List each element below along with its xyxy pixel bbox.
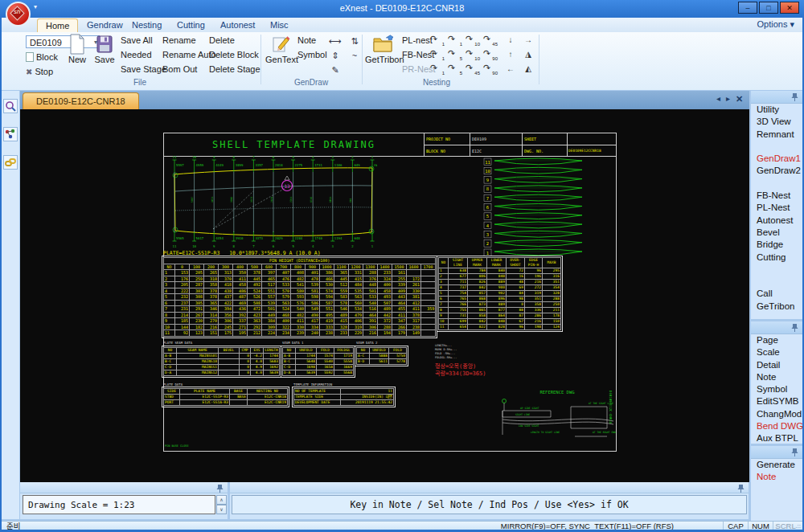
pin-icon[interactable]: [791, 448, 798, 457]
corner-note: PIN BASE CLOSE: [165, 444, 189, 448]
sidebar-item-detail[interactable]: Detail: [751, 359, 802, 371]
sidebar-item-call[interactable]: Call: [751, 288, 802, 300]
quick-access-caret-icon[interactable]: ▾: [34, 3, 37, 10]
note-button[interactable]: Note: [297, 35, 316, 47]
curve-icon[interactable]: ~: [347, 49, 362, 62]
sidebar-item-aux-btpl[interactable]: Aux BTPL: [751, 432, 802, 444]
document-tab[interactable]: DE0109-E12C-CNR18: [23, 92, 139, 110]
structure-tool-button[interactable]: [3, 127, 18, 141]
move-arrow-icon[interactable]: ↑: [503, 48, 518, 61]
rotate-1-icon[interactable]: ↷1: [429, 34, 445, 47]
command-prompt[interactable]: Key in Note / Sel Note / Ind Pos / Use <…: [232, 495, 747, 514]
pin-icon[interactable]: [791, 323, 798, 333]
edit-pencil-icon[interactable]: ✎: [328, 63, 343, 76]
tab-scroll-right-icon[interactable]: ▸: [726, 94, 730, 103]
sidebar-item-page[interactable]: Page: [751, 334, 802, 346]
delete-stage-button[interactable]: Delete Stage: [209, 63, 260, 76]
rotate-1-icon[interactable]: ↷1: [429, 63, 445, 76]
gentext-button[interactable]: GenText: [265, 34, 297, 64]
sidebar-item-bend-dwg[interactable]: Bend DWG: [751, 420, 802, 432]
block-button[interactable]: Block: [26, 51, 58, 63]
rotate-10-icon[interactable]: ↷10: [465, 48, 481, 61]
sidebar-item-fb-nest[interactable]: FB-Nest: [751, 190, 802, 202]
chain-icon: [4, 156, 17, 169]
app-logo-icon[interactable]: sh: [6, 2, 31, 27]
pl-nest-button[interactable]: PL-nest: [402, 35, 433, 47]
sidebar-item-pl-nest[interactable]: PL-Nest: [751, 202, 802, 214]
save-stage-button[interactable]: Save Stage: [121, 63, 166, 76]
rename-button[interactable]: Rename: [162, 35, 196, 47]
tab-close-icon[interactable]: ✕: [736, 94, 743, 104]
move-arrow-icon[interactable]: ←: [503, 63, 518, 76]
link-tool-button[interactable]: [3, 155, 18, 170]
stop-button[interactable]: ✖Stop: [26, 66, 53, 78]
sidebar-item-symbol[interactable]: Symbol: [751, 383, 802, 395]
svg-text:5017: 5017: [191, 197, 194, 203]
resize-icon[interactable]: ⇕: [328, 49, 343, 62]
tab-misc[interactable]: Misc: [262, 18, 297, 32]
sidebar-item-note[interactable]: Note: [751, 471, 802, 483]
gettribon-button[interactable]: GetTribon: [365, 34, 400, 64]
sidebar-item-editsymb[interactable]: EditSYMB: [751, 395, 802, 407]
pin-icon[interactable]: [791, 92, 798, 102]
stretch-v-icon[interactable]: ⇅: [347, 35, 362, 47]
tab-autonest[interactable]: Autonest: [212, 18, 263, 32]
move-arrow-icon[interactable]: ◭: [521, 63, 535, 76]
pin-icon[interactable]: [737, 484, 745, 493]
rename-auto-button[interactable]: Rename Auto: [162, 49, 216, 61]
tab-nesting[interactable]: Nesting: [124, 18, 170, 32]
minimize-button[interactable]: –: [738, 2, 757, 14]
template-info-table: NO OF TEMPLATE11TEMPLATE SIDEINSIDE(IN) …: [293, 388, 394, 406]
tab-cutting[interactable]: Cutting: [169, 18, 213, 32]
sidebar-item-generate[interactable]: Generate: [751, 459, 802, 471]
rotate-45-icon[interactable]: ↷45: [482, 34, 498, 47]
rotate-45-icon[interactable]: ↷45: [465, 63, 481, 76]
app-window: eXnest - DE0109-E12C-CNR18 ▾ – □ ✕ sh Ho…: [0, 0, 804, 532]
rotate-10-icon[interactable]: ↷10: [465, 34, 481, 47]
spinner-down-button[interactable]: ∨: [216, 505, 227, 514]
close-button[interactable]: ✕: [780, 2, 799, 14]
sidebar-item-3d-view[interactable]: 3D View: [751, 116, 802, 128]
svg-text:3373: 3373: [250, 197, 253, 203]
save-button[interactable]: Save: [88, 34, 121, 64]
tab-scroll-left-icon[interactable]: ◂: [716, 94, 720, 103]
sidebar-item-changmod[interactable]: ChangMod: [751, 408, 802, 420]
sidebar-item-gendraw2[interactable]: GenDraw2: [751, 165, 802, 177]
rotate-5-icon[interactable]: ↷5: [447, 48, 463, 61]
pin-icon[interactable]: [216, 484, 224, 493]
sidebar-item-autonest[interactable]: Autonest: [751, 215, 802, 227]
move-arrow-icon[interactable]: ↓: [503, 34, 518, 47]
rotate-1-icon[interactable]: ↷1: [447, 34, 463, 47]
tab-home[interactable]: Home: [37, 18, 78, 33]
bom-out-button[interactable]: Bom Out: [162, 63, 197, 76]
rotate-90-icon[interactable]: ↷90: [482, 63, 498, 76]
sidebar-item-cutting[interactable]: Cutting: [751, 252, 802, 264]
sidebar-panel-generate: GenerateNoteStage: [751, 446, 802, 521]
move-arrow-icon[interactable]: ◮: [521, 48, 535, 61]
spinner-up-button[interactable]: ∧: [216, 495, 227, 505]
move-arrow-icon[interactable]: →: [521, 34, 535, 47]
rotate-5-icon[interactable]: ↷5: [447, 63, 463, 76]
sidebar-item-note[interactable]: Note: [751, 371, 802, 383]
sidebar-item-bevel[interactable]: Bevel: [751, 227, 802, 239]
options-menu[interactable]: Options ▾: [757, 19, 795, 30]
delete-block-button[interactable]: Delete Block: [209, 49, 259, 61]
save-all-button[interactable]: Save All: [121, 35, 153, 47]
sidebar-item-getribon[interactable]: GeTribon: [751, 301, 802, 313]
maximize-button[interactable]: □: [759, 2, 778, 14]
sidebar-item-bridge[interactable]: Bridge: [751, 239, 802, 251]
rotate-90-icon[interactable]: ↷90: [482, 48, 498, 61]
needed-button[interactable]: Needed: [121, 49, 152, 61]
sidebar-item-remnant[interactable]: Remnant: [751, 129, 802, 141]
drawing-scale-input[interactable]: Drawing Scale = 1:23: [23, 495, 215, 514]
rotate-1-icon[interactable]: ↷1: [429, 48, 445, 61]
symbol-button[interactable]: Symbol: [297, 49, 327, 61]
stretch-h-icon[interactable]: ⟷: [328, 35, 343, 47]
tab-gendraw[interactable]: Gendraw: [79, 18, 131, 32]
sidebar-item-gendraw1[interactable]: GenDraw1: [751, 153, 802, 165]
sidebar-item-scale[interactable]: Scale: [751, 346, 802, 358]
zoom-tool-button[interactable]: [3, 99, 18, 113]
cad-canvas[interactable]: SHELL TEMPLATE DRAWING PROJECT NO DE0109…: [20, 109, 749, 482]
delete-button[interactable]: Delete: [209, 35, 235, 47]
sidebar-item-utility[interactable]: Utility: [751, 104, 802, 116]
